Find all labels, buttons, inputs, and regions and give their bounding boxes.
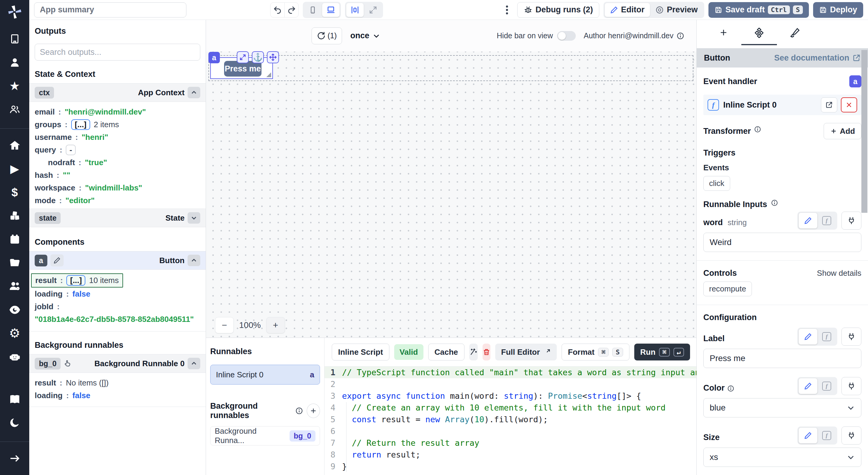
- audit-logs-icon[interactable]: [6, 301, 24, 318]
- settings-icon[interactable]: ⚙: [6, 325, 24, 342]
- show-details-link[interactable]: Show details: [817, 269, 861, 278]
- label-input[interactable]: [703, 349, 861, 368]
- docs-icon[interactable]: [6, 390, 24, 408]
- eval-mode-icon[interactable]: f: [817, 329, 836, 344]
- editor-tab[interactable]: Editor: [605, 3, 650, 17]
- folders-icon[interactable]: [6, 254, 24, 272]
- preview-tab[interactable]: Preview: [650, 3, 703, 17]
- fullwidth-layout-button[interactable]: [364, 3, 382, 17]
- user-icon[interactable]: [6, 54, 24, 71]
- groups-admin-icon[interactable]: [6, 278, 24, 295]
- tab-settings[interactable]: [741, 28, 777, 45]
- code-line[interactable]: 4 // Create an array with 10 elements, f…: [324, 402, 696, 413]
- code-editor[interactable]: 1// TypeScript function called "main" th…: [324, 366, 696, 475]
- static-mode-pencil-icon[interactable]: [799, 428, 817, 443]
- remove-script-icon[interactable]: [841, 97, 857, 112]
- code-line[interactable]: 8 return result;: [324, 449, 696, 461]
- info-icon[interactable]: [677, 32, 684, 40]
- chevron-up-icon[interactable]: [188, 358, 200, 369]
- code-line[interactable]: 2: [324, 378, 696, 390]
- home-icon[interactable]: [6, 137, 24, 154]
- info-icon[interactable]: [295, 407, 303, 415]
- inline-script-item[interactable]: Inline Script 0 a: [210, 365, 320, 384]
- schedules-icon[interactable]: [6, 231, 24, 248]
- chevron-up-icon[interactable]: [188, 255, 200, 266]
- variables-icon[interactable]: $: [6, 183, 24, 201]
- info-icon[interactable]: [727, 385, 734, 395]
- expand-handle-icon[interactable]: [237, 51, 249, 63]
- static-mode-pencil-icon[interactable]: [799, 213, 817, 229]
- connect-plug-icon[interactable]: [841, 328, 861, 346]
- eval-mode-icon[interactable]: f: [817, 213, 836, 229]
- eval-mode-icon[interactable]: f: [817, 378, 836, 394]
- ai-assistant-icon[interactable]: [6, 348, 24, 366]
- delete-script-button[interactable]: [483, 344, 490, 361]
- search-outputs-input[interactable]: [35, 44, 200, 61]
- info-icon[interactable]: [771, 199, 778, 206]
- selected-button-component[interactable]: a ⚓ Press me: [210, 57, 273, 79]
- inline-script-button[interactable]: Inline Script: [332, 344, 390, 361]
- zoom-in-button[interactable]: +: [266, 317, 285, 333]
- expand-rail-icon[interactable]: [6, 450, 24, 467]
- ai-wand-button[interactable]: [469, 344, 478, 361]
- code-line[interactable]: 1// TypeScript function called "main" th…: [324, 367, 696, 378]
- resources-icon[interactable]: [6, 207, 24, 225]
- connect-plug-icon[interactable]: [841, 377, 861, 395]
- component-a-header[interactable]: a Button: [29, 251, 206, 270]
- format-button[interactable]: Format ⌘ S: [562, 344, 629, 361]
- center-layout-button[interactable]: [346, 3, 364, 17]
- eval-mode-icon[interactable]: f: [817, 428, 836, 443]
- size-select[interactable]: xs: [703, 448, 861, 467]
- ctx-section-header[interactable]: ctx App Context: [29, 83, 206, 102]
- app-summary-input[interactable]: [34, 2, 186, 18]
- recompute-badge[interactable]: recompute: [703, 281, 752, 296]
- code-line[interactable]: 10: [324, 472, 696, 475]
- workspace-icon[interactable]: [6, 30, 24, 47]
- chevron-down-icon[interactable]: [188, 212, 200, 224]
- component-drop-row[interactable]: a ⚓ Press me: [208, 55, 693, 81]
- app-canvas[interactable]: a ⚓ Press me − 100%: [206, 52, 696, 338]
- event-handler-script-row[interactable]: f Inline Script 0: [703, 95, 861, 115]
- groups-icon[interactable]: [6, 101, 24, 118]
- open-script-icon[interactable]: [821, 97, 837, 112]
- tab-styling[interactable]: [777, 28, 812, 45]
- chevron-up-icon[interactable]: [188, 87, 200, 98]
- color-select[interactable]: blue: [703, 398, 861, 417]
- static-mode-pencil-icon[interactable]: [799, 378, 817, 394]
- bg0-section-header[interactable]: bg_0 Background Runnable 0: [29, 354, 206, 373]
- save-draft-button[interactable]: Save draft Ctrl S: [709, 2, 809, 18]
- code-line[interactable]: 3export async function main(word: string…: [324, 390, 696, 402]
- bg-runnable-item[interactable]: Background Runna... bg_0: [210, 426, 320, 445]
- tab-insert[interactable]: [706, 28, 741, 45]
- run-button[interactable]: Run ⌘ ↵: [634, 344, 690, 361]
- more-options-button[interactable]: [501, 3, 513, 17]
- state-section-header[interactable]: state State: [29, 209, 206, 227]
- refresh-count-button[interactable]: (1): [312, 27, 342, 44]
- full-editor-button[interactable]: Full Editor: [495, 344, 557, 361]
- mobile-view-button[interactable]: [304, 3, 321, 17]
- cache-button[interactable]: Cache: [428, 344, 464, 361]
- hide-bar-toggle[interactable]: [557, 31, 576, 41]
- panel-scrollbar[interactable]: [861, 50, 867, 213]
- code-line[interactable]: 7 // Return the result array: [324, 437, 696, 449]
- code-line[interactable]: 6: [324, 425, 696, 437]
- desktop-view-button[interactable]: [322, 3, 340, 17]
- schedule-dropdown[interactable]: once: [350, 31, 380, 40]
- dark-mode-icon[interactable]: [6, 414, 24, 431]
- windmill-logo[interactable]: [7, 4, 23, 20]
- connect-plug-icon[interactable]: [841, 212, 861, 230]
- zoom-out-button[interactable]: −: [215, 317, 234, 333]
- code-line[interactable]: 9}: [324, 461, 696, 472]
- redo-button[interactable]: [284, 3, 298, 17]
- debug-runs-button[interactable]: Debug runs (2): [517, 2, 599, 18]
- anchor-handle-icon[interactable]: ⚓: [252, 51, 264, 63]
- move-handle-icon[interactable]: [267, 51, 279, 63]
- code-line[interactable]: 5 const result = new Array(10).fill(word…: [324, 413, 696, 425]
- static-mode-pencil-icon[interactable]: [799, 329, 817, 344]
- deploy-button[interactable]: Deploy: [813, 2, 863, 18]
- add-transformer-button[interactable]: Add: [824, 123, 861, 139]
- see-documentation-link[interactable]: See documentation: [774, 53, 861, 63]
- favorites-icon[interactable]: ★: [6, 77, 24, 95]
- resize-handle[interactable]: [266, 72, 271, 77]
- add-bg-runnable-button[interactable]: [307, 404, 320, 418]
